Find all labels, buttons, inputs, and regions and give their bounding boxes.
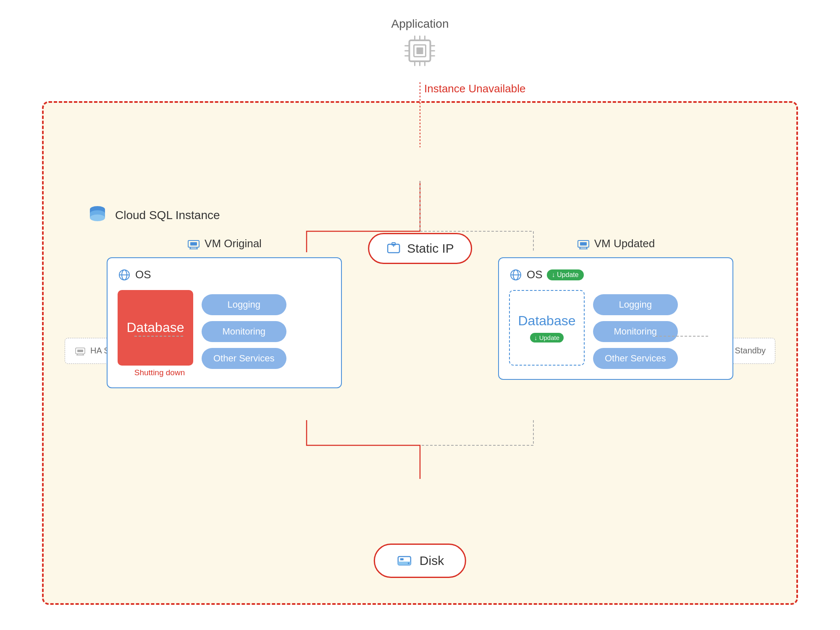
os-updated-icon bbox=[509, 268, 522, 282]
vm-original-box: OS Database Shutting down Logging bbox=[107, 257, 342, 388]
updated-monitoring: Monitoring bbox=[593, 321, 678, 342]
database-updated-block: Database ↓ Update bbox=[509, 290, 585, 366]
original-logging: Logging bbox=[202, 294, 286, 315]
svg-rect-54 bbox=[400, 558, 404, 560]
vm-original-text: VM Original bbox=[205, 237, 262, 250]
svg-point-22 bbox=[90, 214, 105, 221]
vm-updated-box: OS ↓ Update Database ↓ Update Logg bbox=[498, 257, 733, 380]
disk-pill: Disk bbox=[374, 544, 466, 578]
disk-icon bbox=[396, 552, 413, 569]
static-ip-text: Static IP bbox=[407, 241, 454, 256]
cloud-sql-text: Cloud SQL Instance bbox=[115, 209, 220, 222]
static-ip-pill: Static IP bbox=[368, 233, 472, 264]
updated-other-services: Other Services bbox=[593, 348, 678, 369]
vm-updated-os-label: OS ↓ Update bbox=[509, 268, 722, 282]
vm-original-label: VM Original bbox=[187, 237, 262, 251]
original-other-services: Other Services bbox=[202, 348, 286, 369]
vm-updated-content: Database ↓ Update Logging Monitoring bbox=[509, 290, 722, 369]
svg-point-55 bbox=[408, 562, 410, 564]
svg-rect-27 bbox=[77, 350, 83, 352]
os-update-badge: ↓ Update bbox=[547, 269, 584, 280]
ha-standby-left-icon bbox=[74, 345, 86, 357]
updated-logging: Logging bbox=[593, 294, 678, 315]
svg-rect-37 bbox=[190, 242, 197, 246]
vm-original-icon bbox=[187, 237, 200, 251]
application-label: Application bbox=[391, 17, 449, 31]
vm-original-os-label: OS bbox=[118, 268, 331, 282]
os-original-icon bbox=[118, 268, 131, 282]
vm-original-services: Logging Monitoring Other Services bbox=[202, 290, 286, 369]
chip-icon bbox=[403, 34, 437, 68]
vm-updated-text: VM Updated bbox=[594, 237, 655, 250]
os-updated-text: OS bbox=[527, 268, 543, 281]
svg-rect-45 bbox=[580, 242, 587, 246]
vm-updated-label: VM Updated bbox=[577, 237, 655, 251]
database-original-block: Database bbox=[118, 290, 193, 366]
vm-original-content: Database Shutting down Logging Monitorin… bbox=[118, 290, 331, 377]
static-ip-icon bbox=[386, 241, 401, 256]
cloud-sql-label: Cloud SQL Instance bbox=[86, 204, 220, 227]
vm-updated-icon bbox=[577, 237, 590, 251]
svg-rect-5 bbox=[417, 47, 423, 54]
instance-unavailable-label: Instance Unavailable bbox=[424, 82, 525, 95]
disk-text: Disk bbox=[420, 554, 444, 568]
cloud-sql-container: Cloud SQL Instance Static IP HA Standby bbox=[42, 101, 798, 605]
vm-updated-services: Logging Monitoring Other Services bbox=[593, 290, 678, 369]
vm-updated-column: VM Updated OS ↓ Update bbox=[498, 237, 733, 388]
application-node: Application bbox=[391, 17, 449, 68]
original-monitoring: Monitoring bbox=[202, 321, 286, 342]
db-update-badge: ↓ Update bbox=[530, 333, 564, 342]
vm-original-column: VM Original OS Databas bbox=[107, 237, 342, 388]
os-original-text: OS bbox=[135, 268, 151, 281]
cloud-sql-icon bbox=[86, 204, 109, 227]
shutting-down-label: Shutting down bbox=[134, 368, 185, 377]
